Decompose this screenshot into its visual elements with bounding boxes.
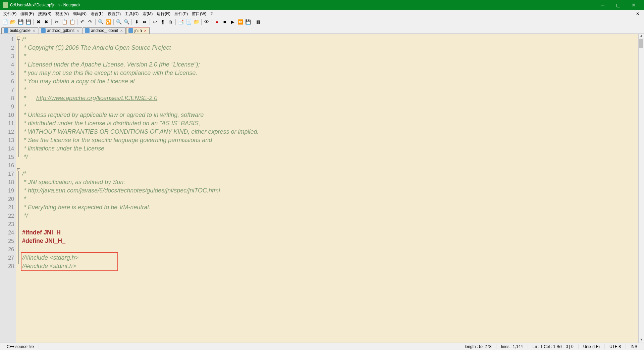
save-all-icon[interactable]: 💾	[24, 18, 32, 26]
menu-item[interactable]: 运行(R)	[155, 10, 172, 17]
stop-icon[interactable]: ■	[221, 18, 228, 26]
code-line[interactable]: *	[22, 52, 638, 60]
open-file-icon[interactable]: 📂	[9, 18, 16, 26]
zoom-in-icon[interactable]: 🔍	[115, 18, 122, 26]
play-multi-icon[interactable]: ⏩	[236, 18, 244, 26]
code-line[interactable]	[22, 220, 638, 228]
url-link[interactable]: http://java.sun.com/javase/6/docs/techno…	[28, 187, 220, 194]
scroll-down-icon[interactable]: ▼	[639, 338, 644, 343]
code-line[interactable]: * http://www.apache.org/licenses/LICENSE…	[22, 94, 638, 102]
zoom-out-icon[interactable]: 🔍	[123, 18, 130, 26]
play-icon[interactable]: ▶	[229, 18, 236, 26]
code-line[interactable]	[22, 245, 638, 254]
code-line[interactable]: *	[22, 102, 638, 111]
undo-icon[interactable]: ↶	[79, 18, 86, 26]
folder-icon[interactable]: 📁	[193, 18, 200, 26]
code-line[interactable]: #ifndef JNI_H_	[22, 228, 638, 237]
code-line[interactable]: */	[22, 212, 638, 220]
fold-toggle-icon[interactable]: −	[17, 168, 20, 171]
scroll-up-icon[interactable]: ▲	[639, 34, 644, 39]
code-line[interactable]: * limitations under the License.	[22, 144, 638, 153]
save-macro-icon[interactable]: 💾	[244, 18, 252, 26]
close-all-icon[interactable]: ✖	[43, 18, 50, 26]
document-tab[interactable]: android_lldbinit✕	[83, 27, 126, 34]
code-line[interactable]: * Copyright (C) 2006 The Android Open So…	[22, 44, 638, 52]
close-button[interactable]: ✕	[626, 0, 641, 10]
code-line[interactable]	[22, 161, 638, 170]
sync-v-icon[interactable]: ⬍	[133, 18, 141, 26]
vertical-scrollbar[interactable]: ▲ ▼	[638, 34, 644, 343]
code-line[interactable]: /*	[22, 170, 638, 178]
sync-h-icon[interactable]: ⬌	[141, 18, 148, 26]
code-line[interactable]: #define JNI_H_	[22, 237, 638, 245]
fold-cell[interactable]: −	[16, 37, 21, 40]
document-tab[interactable]: android_gdbinit✕	[39, 27, 82, 34]
menu-item[interactable]: 窗口(W)	[190, 10, 208, 17]
redo-icon[interactable]: ↷	[87, 18, 94, 26]
code-line[interactable]: * WITHOUT WARRANTIES OR CONDITIONS OF AN…	[22, 128, 638, 136]
fold-toggle-icon[interactable]: −	[17, 37, 20, 40]
url-link[interactable]: http://www.apache.org/licenses/LICENSE-2…	[36, 95, 157, 101]
code-line[interactable]: * Everything here is expected to be VM-n…	[22, 203, 638, 212]
code-line[interactable]: //#include <stdarg.h>	[22, 254, 638, 262]
tab-close-icon[interactable]: ✕	[32, 29, 36, 33]
replace-icon[interactable]: 🔁	[105, 18, 112, 26]
menu-item[interactable]: 文件(F)	[1, 10, 18, 17]
menu-item[interactable]: 搜索(S)	[36, 10, 53, 17]
find-icon[interactable]: 🔍	[97, 18, 104, 26]
line-number-gutter: 1234567891011121314151617181920212223242…	[0, 34, 16, 343]
code-line[interactable]: * See the License for the specific langu…	[22, 136, 638, 144]
menu-item[interactable]: 视图(V)	[53, 10, 71, 17]
tab-close-icon[interactable]: ✕	[143, 29, 147, 33]
copy-icon[interactable]: 📋	[61, 18, 68, 26]
menu-item[interactable]: 工具(O)	[123, 10, 141, 17]
code-line[interactable]: */	[22, 153, 638, 161]
tab-close-icon[interactable]: ✕	[76, 29, 80, 33]
fold-cell[interactable]: −	[16, 168, 21, 171]
code-line[interactable]: /*	[22, 35, 638, 44]
new-file-icon[interactable]: 📄	[1, 18, 9, 26]
tab-close-icon[interactable]: ✕	[119, 29, 123, 33]
menu-item[interactable]: 编码(N)	[71, 10, 89, 17]
toolbar-separator	[201, 19, 202, 25]
close-icon[interactable]: ✖	[35, 18, 42, 26]
code-line[interactable]: *	[22, 86, 638, 94]
code-line[interactable]: * Unless required by applicable law or a…	[22, 111, 638, 119]
menu-item[interactable]: ?	[208, 11, 215, 17]
code-line[interactable]: * JNI specification, as defined by Sun:	[22, 178, 638, 186]
menu-item[interactable]: 宏(M)	[141, 10, 155, 17]
code-line[interactable]: //#include <stdint.h>	[22, 262, 638, 270]
line-number: 16	[0, 161, 14, 170]
func-list-icon[interactable]: 📃	[185, 18, 192, 26]
menu-item[interactable]: 设置(T)	[106, 10, 123, 17]
maximize-button[interactable]: ▢	[610, 0, 626, 10]
code-area[interactable]: /* * Copyright (C) 2006 The Android Open…	[21, 34, 638, 343]
cut-icon[interactable]: ✂	[53, 18, 60, 26]
doc-map-icon[interactable]: 📑	[177, 18, 184, 26]
code-line[interactable]: *	[22, 195, 638, 203]
extra-icon[interactable]: ▦	[255, 18, 262, 26]
code-line[interactable]: * Licensed under the Apache License, Ver…	[22, 60, 638, 69]
code-line[interactable]: * You may obtain a copy of the License a…	[22, 77, 638, 86]
code-line[interactable]: * http://java.sun.com/javase/6/docs/tech…	[22, 186, 638, 195]
close-document-button[interactable]: ✕	[634, 11, 641, 16]
record-icon[interactable]: ●	[213, 18, 221, 26]
menu-item[interactable]: 语言(L)	[89, 10, 106, 17]
minimize-button[interactable]: ─	[595, 0, 610, 10]
monitor-icon[interactable]: 👁	[203, 18, 210, 26]
scrollbar-thumb[interactable]	[639, 39, 643, 48]
indent-guide-icon[interactable]: ⫛	[167, 18, 174, 26]
paste-icon[interactable]: 📋	[68, 18, 76, 26]
show-all-icon[interactable]: ¶	[159, 18, 166, 26]
menu-item[interactable]: 插件(P)	[172, 10, 190, 17]
line-number: 3	[0, 52, 14, 60]
code-line[interactable]: * you may not use this file except in co…	[22, 69, 638, 77]
fold-cell	[16, 222, 21, 230]
wrap-icon[interactable]: ↩	[151, 18, 159, 26]
file-icon	[85, 28, 90, 33]
code-line[interactable]: * distributed under the License is distr…	[22, 119, 638, 128]
document-tab[interactable]: build.gradle✕	[1, 27, 38, 34]
document-tab[interactable]: jni.h✕	[126, 27, 150, 34]
menu-item[interactable]: 编辑(E)	[18, 10, 36, 17]
save-icon[interactable]: 💾	[17, 18, 24, 26]
